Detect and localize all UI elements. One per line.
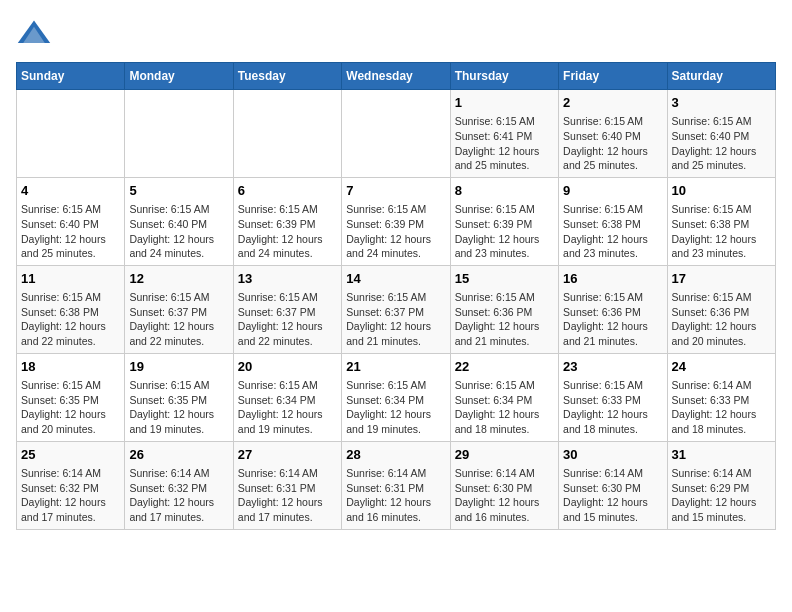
day-number: 5	[129, 182, 228, 200]
calendar-cell: 25Sunrise: 6:14 AM Sunset: 6:32 PM Dayli…	[17, 441, 125, 529]
day-info: Sunrise: 6:15 AM Sunset: 6:40 PM Dayligh…	[129, 202, 228, 261]
day-info: Sunrise: 6:14 AM Sunset: 6:32 PM Dayligh…	[21, 466, 120, 525]
day-number: 25	[21, 446, 120, 464]
calendar-cell	[17, 90, 125, 178]
day-number: 19	[129, 358, 228, 376]
calendar-cell: 20Sunrise: 6:15 AM Sunset: 6:34 PM Dayli…	[233, 353, 341, 441]
logo	[16, 16, 56, 52]
day-info: Sunrise: 6:14 AM Sunset: 6:30 PM Dayligh…	[455, 466, 554, 525]
day-info: Sunrise: 6:15 AM Sunset: 6:35 PM Dayligh…	[129, 378, 228, 437]
day-info: Sunrise: 6:15 AM Sunset: 6:35 PM Dayligh…	[21, 378, 120, 437]
calendar-cell: 6Sunrise: 6:15 AM Sunset: 6:39 PM Daylig…	[233, 177, 341, 265]
day-info: Sunrise: 6:14 AM Sunset: 6:31 PM Dayligh…	[238, 466, 337, 525]
day-number: 9	[563, 182, 662, 200]
calendar-cell: 14Sunrise: 6:15 AM Sunset: 6:37 PM Dayli…	[342, 265, 450, 353]
calendar-cell: 19Sunrise: 6:15 AM Sunset: 6:35 PM Dayli…	[125, 353, 233, 441]
calendar-cell: 22Sunrise: 6:15 AM Sunset: 6:34 PM Dayli…	[450, 353, 558, 441]
header-cell: Sunday	[17, 63, 125, 90]
day-number: 4	[21, 182, 120, 200]
day-number: 1	[455, 94, 554, 112]
calendar-body: 1Sunrise: 6:15 AM Sunset: 6:41 PM Daylig…	[17, 90, 776, 530]
day-info: Sunrise: 6:15 AM Sunset: 6:40 PM Dayligh…	[672, 114, 771, 173]
calendar-week-row: 18Sunrise: 6:15 AM Sunset: 6:35 PM Dayli…	[17, 353, 776, 441]
day-info: Sunrise: 6:15 AM Sunset: 6:40 PM Dayligh…	[563, 114, 662, 173]
calendar-cell: 1Sunrise: 6:15 AM Sunset: 6:41 PM Daylig…	[450, 90, 558, 178]
day-info: Sunrise: 6:15 AM Sunset: 6:39 PM Dayligh…	[238, 202, 337, 261]
day-number: 11	[21, 270, 120, 288]
header-cell: Monday	[125, 63, 233, 90]
calendar-header: SundayMondayTuesdayWednesdayThursdayFrid…	[17, 63, 776, 90]
calendar-week-row: 1Sunrise: 6:15 AM Sunset: 6:41 PM Daylig…	[17, 90, 776, 178]
calendar-week-row: 25Sunrise: 6:14 AM Sunset: 6:32 PM Dayli…	[17, 441, 776, 529]
calendar-cell: 15Sunrise: 6:15 AM Sunset: 6:36 PM Dayli…	[450, 265, 558, 353]
day-info: Sunrise: 6:15 AM Sunset: 6:36 PM Dayligh…	[672, 290, 771, 349]
calendar-cell: 4Sunrise: 6:15 AM Sunset: 6:40 PM Daylig…	[17, 177, 125, 265]
calendar-cell	[125, 90, 233, 178]
calendar-cell: 12Sunrise: 6:15 AM Sunset: 6:37 PM Dayli…	[125, 265, 233, 353]
day-number: 10	[672, 182, 771, 200]
header-cell: Wednesday	[342, 63, 450, 90]
logo-icon	[16, 16, 52, 52]
day-number: 17	[672, 270, 771, 288]
calendar-cell: 3Sunrise: 6:15 AM Sunset: 6:40 PM Daylig…	[667, 90, 775, 178]
day-number: 21	[346, 358, 445, 376]
calendar-cell: 8Sunrise: 6:15 AM Sunset: 6:39 PM Daylig…	[450, 177, 558, 265]
calendar-cell: 5Sunrise: 6:15 AM Sunset: 6:40 PM Daylig…	[125, 177, 233, 265]
calendar-cell: 27Sunrise: 6:14 AM Sunset: 6:31 PM Dayli…	[233, 441, 341, 529]
header-cell: Tuesday	[233, 63, 341, 90]
day-number: 18	[21, 358, 120, 376]
calendar-cell: 16Sunrise: 6:15 AM Sunset: 6:36 PM Dayli…	[559, 265, 667, 353]
day-info: Sunrise: 6:14 AM Sunset: 6:30 PM Dayligh…	[563, 466, 662, 525]
header-row: SundayMondayTuesdayWednesdayThursdayFrid…	[17, 63, 776, 90]
day-number: 3	[672, 94, 771, 112]
calendar-cell	[342, 90, 450, 178]
calendar-cell: 26Sunrise: 6:14 AM Sunset: 6:32 PM Dayli…	[125, 441, 233, 529]
calendar-cell: 21Sunrise: 6:15 AM Sunset: 6:34 PM Dayli…	[342, 353, 450, 441]
day-info: Sunrise: 6:14 AM Sunset: 6:31 PM Dayligh…	[346, 466, 445, 525]
day-number: 13	[238, 270, 337, 288]
calendar-cell: 11Sunrise: 6:15 AM Sunset: 6:38 PM Dayli…	[17, 265, 125, 353]
day-number: 2	[563, 94, 662, 112]
day-number: 24	[672, 358, 771, 376]
day-info: Sunrise: 6:15 AM Sunset: 6:39 PM Dayligh…	[346, 202, 445, 261]
calendar-week-row: 4Sunrise: 6:15 AM Sunset: 6:40 PM Daylig…	[17, 177, 776, 265]
day-number: 8	[455, 182, 554, 200]
calendar-cell: 28Sunrise: 6:14 AM Sunset: 6:31 PM Dayli…	[342, 441, 450, 529]
day-number: 26	[129, 446, 228, 464]
calendar-cell: 9Sunrise: 6:15 AM Sunset: 6:38 PM Daylig…	[559, 177, 667, 265]
day-number: 6	[238, 182, 337, 200]
day-info: Sunrise: 6:15 AM Sunset: 6:38 PM Dayligh…	[21, 290, 120, 349]
calendar-cell: 7Sunrise: 6:15 AM Sunset: 6:39 PM Daylig…	[342, 177, 450, 265]
calendar-cell: 31Sunrise: 6:14 AM Sunset: 6:29 PM Dayli…	[667, 441, 775, 529]
day-info: Sunrise: 6:15 AM Sunset: 6:38 PM Dayligh…	[563, 202, 662, 261]
calendar-table: SundayMondayTuesdayWednesdayThursdayFrid…	[16, 62, 776, 530]
day-number: 22	[455, 358, 554, 376]
day-info: Sunrise: 6:15 AM Sunset: 6:38 PM Dayligh…	[672, 202, 771, 261]
day-number: 28	[346, 446, 445, 464]
day-info: Sunrise: 6:14 AM Sunset: 6:29 PM Dayligh…	[672, 466, 771, 525]
day-number: 7	[346, 182, 445, 200]
day-info: Sunrise: 6:14 AM Sunset: 6:32 PM Dayligh…	[129, 466, 228, 525]
calendar-cell: 10Sunrise: 6:15 AM Sunset: 6:38 PM Dayli…	[667, 177, 775, 265]
calendar-cell: 24Sunrise: 6:14 AM Sunset: 6:33 PM Dayli…	[667, 353, 775, 441]
day-info: Sunrise: 6:15 AM Sunset: 6:40 PM Dayligh…	[21, 202, 120, 261]
calendar-cell: 13Sunrise: 6:15 AM Sunset: 6:37 PM Dayli…	[233, 265, 341, 353]
day-number: 29	[455, 446, 554, 464]
day-number: 14	[346, 270, 445, 288]
header-cell: Friday	[559, 63, 667, 90]
calendar-cell	[233, 90, 341, 178]
day-number: 27	[238, 446, 337, 464]
day-info: Sunrise: 6:15 AM Sunset: 6:37 PM Dayligh…	[346, 290, 445, 349]
calendar-cell: 2Sunrise: 6:15 AM Sunset: 6:40 PM Daylig…	[559, 90, 667, 178]
page-header	[16, 16, 776, 52]
calendar-cell: 17Sunrise: 6:15 AM Sunset: 6:36 PM Dayli…	[667, 265, 775, 353]
day-info: Sunrise: 6:15 AM Sunset: 6:41 PM Dayligh…	[455, 114, 554, 173]
calendar-cell: 29Sunrise: 6:14 AM Sunset: 6:30 PM Dayli…	[450, 441, 558, 529]
day-number: 12	[129, 270, 228, 288]
day-info: Sunrise: 6:15 AM Sunset: 6:39 PM Dayligh…	[455, 202, 554, 261]
day-info: Sunrise: 6:15 AM Sunset: 6:36 PM Dayligh…	[563, 290, 662, 349]
calendar-cell: 23Sunrise: 6:15 AM Sunset: 6:33 PM Dayli…	[559, 353, 667, 441]
calendar-cell: 30Sunrise: 6:14 AM Sunset: 6:30 PM Dayli…	[559, 441, 667, 529]
day-info: Sunrise: 6:15 AM Sunset: 6:36 PM Dayligh…	[455, 290, 554, 349]
day-info: Sunrise: 6:15 AM Sunset: 6:34 PM Dayligh…	[238, 378, 337, 437]
